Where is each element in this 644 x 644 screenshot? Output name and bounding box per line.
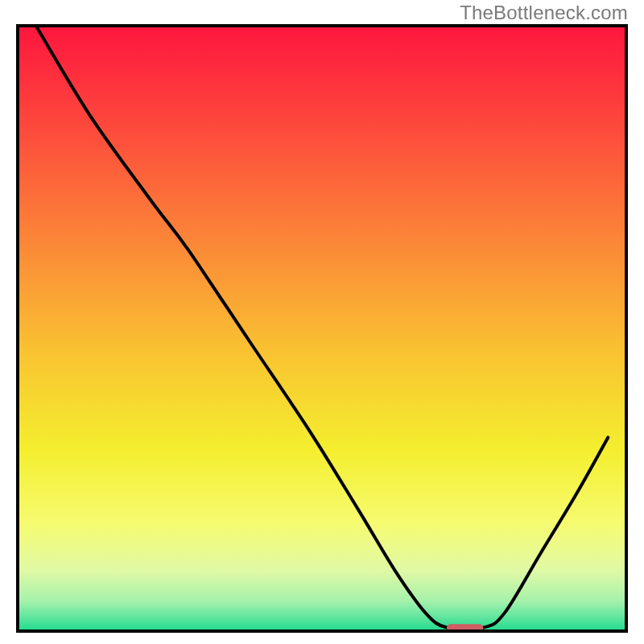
- plot-area: [18, 26, 626, 632]
- gradient-background: [18, 26, 626, 631]
- watermark-text: TheBottleneck.com: [460, 2, 628, 24]
- chart-svg: [0, 0, 644, 644]
- chart-frame: TheBottleneck.com: [0, 0, 644, 644]
